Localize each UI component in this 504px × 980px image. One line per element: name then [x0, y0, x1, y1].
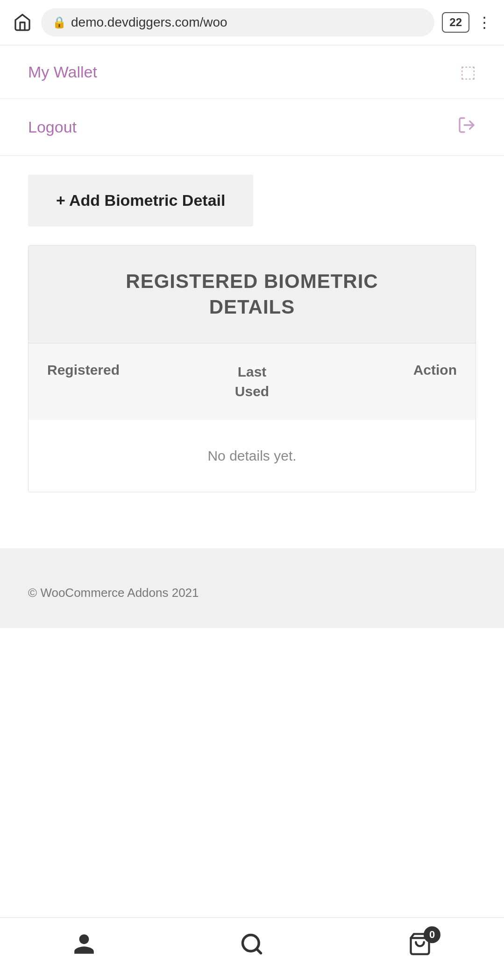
cart-count-badge: 0: [424, 926, 440, 943]
tab-count[interactable]: 22: [442, 12, 469, 33]
add-biometric-button[interactable]: + Add Biometric Detail: [28, 175, 253, 226]
more-icon[interactable]: ⋮: [477, 14, 493, 31]
svg-line-2: [257, 949, 261, 953]
nav-search[interactable]: [240, 932, 264, 961]
page-content: My Wallet ⬚ Logout + Add Biometric Detai…: [0, 45, 504, 703]
browser-chrome: 🔒 demo.devdiggers.com/woo 22 ⋮: [0, 0, 504, 45]
wallet-icon: ⬚: [460, 62, 476, 82]
search-icon: [240, 932, 264, 961]
table-header: REGISTERED BIOMETRIC DETAILS: [28, 245, 476, 343]
url-text: demo.devdiggers.com/woo: [71, 15, 227, 30]
nav-item-wallet[interactable]: My Wallet ⬚: [0, 45, 504, 99]
empty-message: No details yet.: [28, 420, 476, 492]
nav-cart[interactable]: 0: [408, 932, 432, 961]
copyright-text: © WooCommerce Addons 2021: [28, 586, 476, 600]
col-last-used-header: Last Used: [184, 362, 320, 401]
lock-icon: 🔒: [52, 16, 66, 29]
logout-label: Logout: [28, 118, 77, 136]
nav-item-logout[interactable]: Logout: [0, 99, 504, 156]
biometric-table: REGISTERED BIOMETRIC DETAILS Registered …: [28, 245, 476, 492]
nav-profile[interactable]: [72, 932, 96, 961]
footer: © WooCommerce Addons 2021: [0, 548, 504, 628]
logout-icon: [457, 116, 476, 139]
bottom-navigation: 0: [0, 917, 504, 980]
profile-icon: [72, 932, 96, 961]
url-bar[interactable]: 🔒 demo.devdiggers.com/woo: [41, 8, 434, 36]
col-action-header: Action: [320, 362, 457, 401]
table-title: REGISTERED BIOMETRIC DETAILS: [47, 269, 457, 320]
wallet-label: My Wallet: [28, 63, 97, 81]
table-columns: Registered Last Used Action: [28, 343, 476, 420]
col-registered-header: Registered: [47, 362, 184, 401]
home-icon[interactable]: [11, 11, 34, 34]
